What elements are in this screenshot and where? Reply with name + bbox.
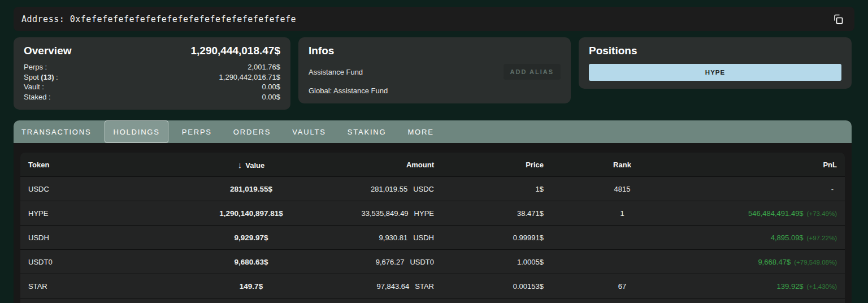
positions-title: Positions <box>589 45 841 57</box>
token-value: 9,929.97$ <box>97 233 405 242</box>
token-amount: 9,676.27USDT0 <box>376 258 434 266</box>
token-pnl: 4,895.09$(+97.22%) <box>771 233 837 242</box>
tab-perps[interactable]: PERPS <box>174 120 220 143</box>
table-row-usdt0[interactable]: USDT0 9,680.63$ 9,676.27USDT0 1.0005$ 9,… <box>20 249 845 274</box>
token-name: HYPE <box>28 209 48 218</box>
token-price: 1.0005$ <box>517 258 544 266</box>
table-row-hype[interactable]: HYPE 1,290,140,897.81$ 33,535,849.49HYPE… <box>20 201 845 225</box>
token-amount: 33,535,849.49HYPE <box>361 209 434 218</box>
tab-vaults[interactable]: VAULTS <box>284 120 333 143</box>
overview-spot-value: 1,290,442,016.71$ <box>219 72 280 83</box>
header-value-sortable[interactable]: ↓Value <box>97 160 405 170</box>
tab-orders[interactable]: ORDERS <box>225 120 279 143</box>
token-price: 1$ <box>536 185 544 193</box>
overview-card: Overview 1,290,444,018.47$ Perps : 2,001… <box>14 37 290 110</box>
tab-holdings[interactable]: HOLDINGS <box>105 120 168 143</box>
table-header: Token ↓Value Amount Price Rank PnL <box>20 153 845 176</box>
address-bar: Address: 0xfefefefefefefefefefefefefefef… <box>14 7 854 31</box>
tab-more[interactable]: MORE <box>400 120 441 143</box>
header-amount: Amount <box>406 161 434 169</box>
copy-address-button[interactable] <box>830 11 847 28</box>
token-name: USDH <box>28 233 49 242</box>
token-amount: 9,930.81USDH <box>379 233 434 242</box>
token-pnl: 139.92$(+1,430%) <box>777 282 837 291</box>
table-row-star[interactable]: STAR 149.7$ 97,843.64STAR 0.00153$ 67 13… <box>20 274 845 298</box>
token-value: 281,019.55$ <box>97 185 405 193</box>
tab-bar: TRANSACTIONS HOLDINGS PERPS ORDERS VAULT… <box>14 120 852 143</box>
table-row-usdh[interactable]: USDH 9,929.97$ 9,930.81USDH 0.99991$ 4,8… <box>20 225 845 249</box>
overview-title: Overview <box>24 45 72 57</box>
token-pnl: - <box>831 185 837 193</box>
overview-staked-value: 0.00$ <box>262 92 280 102</box>
token-rank: 1 <box>566 209 679 218</box>
token-name: USDT0 <box>28 258 53 266</box>
token-price: 38.471$ <box>517 209 544 218</box>
position-chip-hype[interactable]: HYPE <box>589 64 841 81</box>
overview-stat-spot: Spot (13) : 1,290,442,016.71$ <box>24 72 280 83</box>
main-panel: TRANSACTIONS HOLDINGS PERPS ORDERS VAULT… <box>14 120 852 303</box>
holdings-table: Token ↓Value Amount Price Rank PnL USDC … <box>14 143 852 303</box>
sort-desc-icon: ↓ <box>238 160 242 170</box>
table-row-usdc[interactable]: USDC 281,019.55$ 281,019.55USDC 1$ 4815 … <box>20 176 845 201</box>
add-alias-button[interactable]: ADD ALIAS <box>504 64 561 80</box>
infos-global-alias: Global: Assistance Fund <box>309 86 388 95</box>
header-rank: Rank <box>566 161 679 169</box>
token-value: 1,290,140,897.81$ <box>97 209 405 218</box>
token-amount: 281,019.55USDC <box>371 185 434 193</box>
summary-cards: Overview 1,290,444,018.47$ Perps : 2,001… <box>14 37 852 110</box>
token-pnl: 9,668.47$(+79,549.08%) <box>758 258 837 266</box>
token-value: 149.7$ <box>97 282 405 291</box>
token-rank: 4815 <box>566 185 679 193</box>
overview-total-value: 1,290,444,018.47$ <box>191 45 281 57</box>
address-text: Address: 0xfefefefefefefefefefefefefefef… <box>21 14 296 24</box>
token-rank: 67 <box>566 282 679 291</box>
overview-stat-staked: Staked : 0.00$ <box>24 92 280 102</box>
overview-stat-vault: Vault : 0.00$ <box>24 82 280 92</box>
header-token: Token <box>28 161 49 169</box>
overview-stat-perps: Perps : 2,001.76$ <box>24 62 280 72</box>
overview-perps-value: 2,001.76$ <box>248 62 280 72</box>
overview-vault-value: 0.00$ <box>262 82 280 92</box>
token-name: USDC <box>28 185 49 193</box>
token-name: STAR <box>28 282 47 291</box>
infos-account-name: Assistance Fund <box>309 68 363 76</box>
token-price: 0.99991$ <box>513 233 544 242</box>
infos-title: Infos <box>309 45 561 57</box>
header-price: Price <box>526 161 544 169</box>
tab-transactions[interactable]: TRANSACTIONS <box>14 120 99 143</box>
token-value: 9,680.63$ <box>97 258 405 266</box>
positions-card: Positions HYPE <box>579 37 852 89</box>
token-price: 0.00153$ <box>513 282 544 291</box>
infos-card: Infos Assistance Fund ADD ALIAS Global: … <box>298 37 571 103</box>
token-amount: 97,843.64STAR <box>376 282 434 291</box>
token-pnl: 546,484,491.49$(+73.49%) <box>748 209 837 218</box>
header-pnl: PnL <box>823 161 837 169</box>
copy-icon <box>832 14 844 25</box>
tab-staking[interactable]: STAKING <box>340 120 394 143</box>
table-row-partial <box>20 298 845 303</box>
